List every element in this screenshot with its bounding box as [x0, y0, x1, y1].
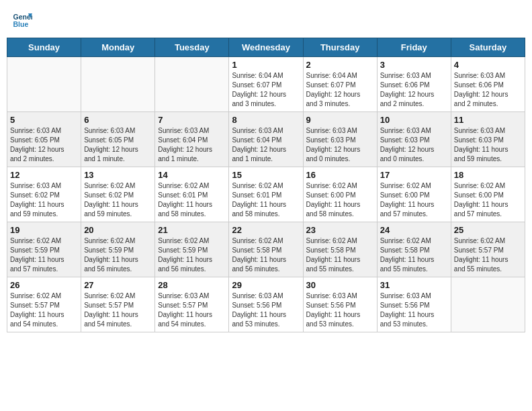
- calendar-week-row: 19Sunrise: 6:02 AM Sunset: 5:59 PM Dayli…: [7, 222, 525, 277]
- logo: General Blue: [12, 9, 35, 30]
- calendar-cell: 3Sunrise: 6:03 AM Sunset: 6:06 PM Daylig…: [377, 57, 451, 112]
- calendar-cell: 17Sunrise: 6:02 AM Sunset: 6:00 PM Dayli…: [377, 167, 451, 222]
- day-info: Sunrise: 6:03 AM Sunset: 6:06 PM Dayligh…: [454, 71, 522, 109]
- day-of-week-header: Wednesday: [229, 38, 303, 57]
- day-number: 11: [454, 115, 522, 125]
- calendar-cell: [7, 57, 81, 112]
- day-number: 30: [306, 280, 374, 290]
- day-of-week-header: Friday: [377, 38, 451, 57]
- day-number: 14: [158, 170, 226, 180]
- calendar-cell: 1Sunrise: 6:04 AM Sunset: 6:07 PM Daylig…: [229, 57, 303, 112]
- day-number: 3: [380, 60, 448, 70]
- calendar-cell: 28Sunrise: 6:03 AM Sunset: 5:57 PM Dayli…: [155, 277, 229, 332]
- day-number: 7: [158, 115, 226, 125]
- calendar-cell: 25Sunrise: 6:02 AM Sunset: 5:57 PM Dayli…: [451, 222, 525, 277]
- day-of-week-header: Tuesday: [155, 38, 229, 57]
- day-number: 24: [380, 225, 448, 235]
- day-number: 1: [232, 60, 300, 70]
- calendar-cell: [451, 277, 525, 332]
- day-number: 5: [10, 115, 78, 125]
- day-number: 8: [232, 115, 300, 125]
- day-info: Sunrise: 6:03 AM Sunset: 6:03 PM Dayligh…: [380, 126, 448, 164]
- day-number: 15: [232, 170, 300, 180]
- day-info: Sunrise: 6:03 AM Sunset: 5:57 PM Dayligh…: [158, 291, 226, 329]
- calendar-cell: 7Sunrise: 6:03 AM Sunset: 6:04 PM Daylig…: [155, 112, 229, 167]
- calendar-cell: 18Sunrise: 6:02 AM Sunset: 6:00 PM Dayli…: [451, 167, 525, 222]
- calendar-cell: [155, 57, 229, 112]
- calendar-cell: 6Sunrise: 6:03 AM Sunset: 6:05 PM Daylig…: [81, 112, 155, 167]
- day-of-week-header: Sunday: [7, 38, 81, 57]
- day-info: Sunrise: 6:03 AM Sunset: 6:06 PM Dayligh…: [380, 71, 448, 109]
- day-number: 20: [84, 225, 152, 235]
- day-info: Sunrise: 6:02 AM Sunset: 6:01 PM Dayligh…: [232, 181, 300, 219]
- calendar-week-row: 1Sunrise: 6:04 AM Sunset: 6:07 PM Daylig…: [7, 57, 525, 112]
- calendar-cell: 8Sunrise: 6:03 AM Sunset: 6:04 PM Daylig…: [229, 112, 303, 167]
- day-info: Sunrise: 6:02 AM Sunset: 6:00 PM Dayligh…: [454, 181, 522, 219]
- calendar-cell: 11Sunrise: 6:03 AM Sunset: 6:03 PM Dayli…: [451, 112, 525, 167]
- calendar-cell: 4Sunrise: 6:03 AM Sunset: 6:06 PM Daylig…: [451, 57, 525, 112]
- day-info: Sunrise: 6:02 AM Sunset: 5:57 PM Dayligh…: [84, 291, 152, 329]
- day-number: 21: [158, 225, 226, 235]
- day-number: 25: [454, 225, 522, 235]
- calendar-cell: 15Sunrise: 6:02 AM Sunset: 6:01 PM Dayli…: [229, 167, 303, 222]
- svg-text:Blue: Blue: [13, 20, 29, 28]
- day-info: Sunrise: 6:02 AM Sunset: 6:02 PM Dayligh…: [84, 181, 152, 219]
- calendar-cell: 20Sunrise: 6:02 AM Sunset: 5:59 PM Dayli…: [81, 222, 155, 277]
- day-number: 6: [84, 115, 152, 125]
- calendar-cell: 13Sunrise: 6:02 AM Sunset: 6:02 PM Dayli…: [81, 167, 155, 222]
- day-info: Sunrise: 6:02 AM Sunset: 6:00 PM Dayligh…: [380, 181, 448, 219]
- day-info: Sunrise: 6:02 AM Sunset: 6:01 PM Dayligh…: [158, 181, 226, 219]
- page-header: General Blue: [7, 7, 525, 32]
- calendar-cell: 24Sunrise: 6:02 AM Sunset: 5:58 PM Dayli…: [377, 222, 451, 277]
- day-info: Sunrise: 6:03 AM Sunset: 5:56 PM Dayligh…: [380, 291, 448, 329]
- day-info: Sunrise: 6:03 AM Sunset: 5:56 PM Dayligh…: [232, 291, 300, 329]
- day-info: Sunrise: 6:02 AM Sunset: 5:58 PM Dayligh…: [380, 236, 448, 274]
- day-info: Sunrise: 6:02 AM Sunset: 6:00 PM Dayligh…: [306, 181, 374, 219]
- day-number: 28: [158, 280, 226, 290]
- day-number: 29: [232, 280, 300, 290]
- day-number: 13: [84, 170, 152, 180]
- day-info: Sunrise: 6:03 AM Sunset: 6:02 PM Dayligh…: [10, 181, 78, 219]
- day-info: Sunrise: 6:03 AM Sunset: 5:56 PM Dayligh…: [306, 291, 374, 329]
- day-info: Sunrise: 6:02 AM Sunset: 5:58 PM Dayligh…: [306, 236, 374, 274]
- day-info: Sunrise: 6:03 AM Sunset: 6:03 PM Dayligh…: [454, 126, 522, 164]
- calendar-cell: 27Sunrise: 6:02 AM Sunset: 5:57 PM Dayli…: [81, 277, 155, 332]
- calendar-cell: 29Sunrise: 6:03 AM Sunset: 5:56 PM Dayli…: [229, 277, 303, 332]
- day-info: Sunrise: 6:03 AM Sunset: 6:05 PM Dayligh…: [10, 126, 78, 164]
- calendar-cell: 31Sunrise: 6:03 AM Sunset: 5:56 PM Dayli…: [377, 277, 451, 332]
- calendar-week-row: 26Sunrise: 6:02 AM Sunset: 5:57 PM Dayli…: [7, 277, 525, 332]
- calendar-cell: 14Sunrise: 6:02 AM Sunset: 6:01 PM Dayli…: [155, 167, 229, 222]
- day-number: 26: [10, 280, 78, 290]
- day-number: 18: [454, 170, 522, 180]
- day-info: Sunrise: 6:03 AM Sunset: 6:04 PM Dayligh…: [232, 126, 300, 164]
- day-number: 12: [10, 170, 78, 180]
- day-info: Sunrise: 6:02 AM Sunset: 5:59 PM Dayligh…: [158, 236, 226, 274]
- calendar-cell: 12Sunrise: 6:03 AM Sunset: 6:02 PM Dayli…: [7, 167, 81, 222]
- day-info: Sunrise: 6:02 AM Sunset: 5:57 PM Dayligh…: [454, 236, 522, 274]
- day-number: 10: [380, 115, 448, 125]
- calendar-table: SundayMondayTuesdayWednesdayThursdayFrid…: [7, 38, 525, 332]
- day-number: 22: [232, 225, 300, 235]
- calendar-header-row: SundayMondayTuesdayWednesdayThursdayFrid…: [7, 38, 525, 57]
- calendar-cell: 26Sunrise: 6:02 AM Sunset: 5:57 PM Dayli…: [7, 277, 81, 332]
- day-info: Sunrise: 6:03 AM Sunset: 6:03 PM Dayligh…: [306, 126, 374, 164]
- logo-icon: General Blue: [12, 9, 32, 30]
- calendar-cell: 9Sunrise: 6:03 AM Sunset: 6:03 PM Daylig…: [303, 112, 377, 167]
- calendar-cell: 16Sunrise: 6:02 AM Sunset: 6:00 PM Dayli…: [303, 167, 377, 222]
- calendar-cell: 21Sunrise: 6:02 AM Sunset: 5:59 PM Dayli…: [155, 222, 229, 277]
- day-number: 31: [380, 280, 448, 290]
- day-of-week-header: Monday: [81, 38, 155, 57]
- day-info: Sunrise: 6:04 AM Sunset: 6:07 PM Dayligh…: [232, 71, 300, 109]
- day-number: 4: [454, 60, 522, 70]
- day-info: Sunrise: 6:02 AM Sunset: 5:59 PM Dayligh…: [84, 236, 152, 274]
- calendar-week-row: 12Sunrise: 6:03 AM Sunset: 6:02 PM Dayli…: [7, 167, 525, 222]
- calendar-cell: 5Sunrise: 6:03 AM Sunset: 6:05 PM Daylig…: [7, 112, 81, 167]
- calendar-cell: 10Sunrise: 6:03 AM Sunset: 6:03 PM Dayli…: [377, 112, 451, 167]
- day-number: 16: [306, 170, 374, 180]
- day-number: 19: [10, 225, 78, 235]
- day-info: Sunrise: 6:02 AM Sunset: 5:58 PM Dayligh…: [232, 236, 300, 274]
- calendar-cell: 2Sunrise: 6:04 AM Sunset: 6:07 PM Daylig…: [303, 57, 377, 112]
- day-info: Sunrise: 6:03 AM Sunset: 6:05 PM Dayligh…: [84, 126, 152, 164]
- day-number: 17: [380, 170, 448, 180]
- day-number: 27: [84, 280, 152, 290]
